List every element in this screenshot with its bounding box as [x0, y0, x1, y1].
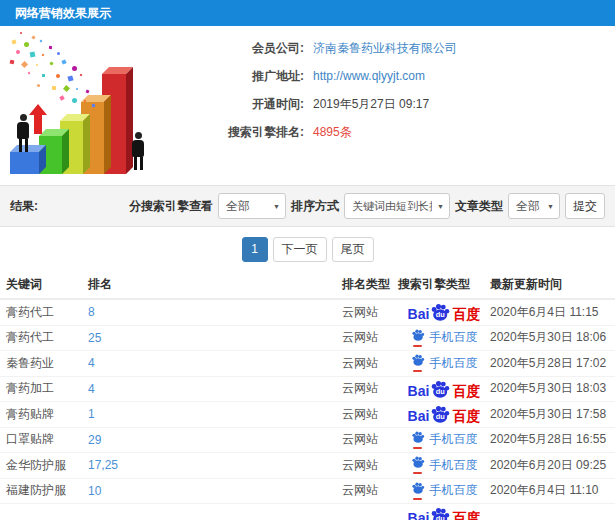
cell-rank[interactable]: 10: [88, 484, 342, 498]
cell-updated-time: 2020年5月30日 18:06: [490, 329, 615, 346]
cell-rank[interactable]: 8: [88, 305, 342, 319]
mobile-baidu-logo: 手机百度: [411, 456, 478, 474]
confetti-dot: [16, 50, 20, 54]
filter-bar: 结果: 分搜索引擎查看全部▼排序方式关键词由短到长排序▼文章类型全部▼提交: [0, 185, 615, 227]
confetti-dot: [63, 85, 70, 92]
cell-keyword: 口罩贴牌: [6, 431, 88, 448]
confetti-dot: [28, 72, 31, 75]
info-field-rankings: 搜索引擎排名:4895条: [188, 118, 457, 146]
baidu-logo-bai: Bai: [408, 384, 430, 398]
column-header-1: 排名: [88, 276, 342, 293]
businessman-figure: [130, 132, 146, 170]
filter-select-engine-view[interactable]: 全部▼: [218, 193, 286, 219]
baidu-logo-bai: Bai: [408, 511, 430, 520]
cell-engine-type: 手机百度: [398, 482, 490, 500]
info-field-value[interactable]: 济南秦鲁药业科技有限公司: [313, 40, 457, 57]
baidu-logo-cn: 百度: [452, 307, 480, 321]
svg-text:du: du: [436, 387, 445, 396]
cell-rank-type: 云网站: [342, 482, 398, 499]
pagination-button[interactable]: 下一页: [273, 237, 327, 262]
cell-engine-type: 手机百度: [398, 431, 490, 449]
cell-rank-type: 云网站: [342, 304, 398, 321]
cell-rank-type: 云网站: [342, 380, 398, 397]
table-body: 膏药代工8云网站Baidu百度2020年6月4日 11:15膏药代工25云网站手…: [0, 300, 615, 520]
info-field-label: 会员公司:: [188, 40, 304, 57]
chevron-down-icon: ▼: [542, 203, 554, 210]
mobile-baidu-label: 手机百度: [430, 355, 478, 372]
info-field-label: 搜索引擎排名:: [188, 124, 304, 141]
mobile-baidu-paw-icon: [411, 431, 425, 449]
pagination-current-page[interactable]: 1: [242, 237, 268, 262]
submit-button[interactable]: 提交: [565, 193, 605, 219]
filter-select-article-type[interactable]: 全部▼: [508, 193, 560, 219]
baidu-logo: Baidu百度: [408, 507, 481, 520]
svg-text:du: du: [436, 311, 445, 320]
red-underline: [413, 345, 422, 347]
confetti-dot: [30, 52, 36, 58]
cell-updated-time: 2020年6月4日 11:10: [490, 482, 615, 499]
filter-label-article-type: 文章类型: [455, 198, 503, 215]
info-section: 会员公司:济南秦鲁药业科技有限公司推广地址:http://www.qlyyjt.…: [0, 26, 615, 185]
baidu-logo: Baidu百度: [408, 380, 481, 398]
cell-keyword: 膏药加工: [6, 380, 88, 397]
bar-chart-illustration: [2, 30, 180, 182]
bar-chart-bar: [10, 152, 39, 174]
mobile-baidu-paw-icon: [411, 456, 425, 474]
column-header-2: 排名类型: [342, 276, 398, 293]
confetti-dot: [40, 40, 43, 43]
confetti-dot: [10, 60, 15, 65]
confetti-dot: [57, 52, 60, 55]
cell-engine-type: Baidu百度: [398, 507, 490, 520]
cell-rank[interactable]: 29: [88, 433, 342, 447]
results-table: 关键词排名排名类型搜索引擎类型最新更新时间 膏药代工8云网站Baidu百度202…: [0, 271, 615, 520]
column-header-3: 搜索引擎类型: [398, 276, 490, 293]
cell-keyword: 金华防护服: [6, 457, 88, 474]
table-row: 口罩贴牌29云网站手机百度2020年5月28日 16:55: [0, 428, 615, 454]
confetti-dot: [67, 75, 73, 81]
cell-engine-type: 手机百度: [398, 329, 490, 347]
baidu-logo: Baidu百度: [408, 303, 481, 321]
cell-rank[interactable]: 1: [88, 407, 342, 421]
cell-rank[interactable]: 25: [88, 331, 342, 345]
filter-select-sort-order[interactable]: 关键词由短到长排序▼: [344, 193, 450, 219]
paw-icon: [411, 329, 425, 344]
paw-icon: [411, 354, 425, 369]
confetti-dot: [20, 32, 22, 34]
cell-rank[interactable]: 4: [88, 382, 342, 396]
filter-controls: 分搜索引擎查看全部▼排序方式关键词由短到长排序▼文章类型全部▼提交: [129, 193, 605, 219]
cell-rank[interactable]: 4: [88, 356, 342, 370]
page-title: 网络营销效果展示: [0, 0, 615, 26]
mobile-baidu-paw-icon: [411, 329, 425, 347]
cell-engine-type: Baidu百度: [398, 303, 490, 321]
chevron-down-icon: ▼: [268, 203, 280, 210]
mobile-baidu-logo: 手机百度: [411, 431, 478, 449]
businessman-figure: [15, 114, 31, 152]
info-field-opened: 开通时间:2019年5月27日 09:17: [188, 90, 457, 118]
cell-updated-time: 2020年5月28日 16:55: [490, 431, 615, 448]
confetti-dot: [36, 64, 38, 66]
info-field-value: 4895条: [313, 124, 352, 141]
cell-keyword: 膏药代工: [6, 304, 88, 321]
confetti-dot: [21, 61, 28, 68]
cell-keyword: 秦鲁药业: [6, 355, 88, 372]
confetti-dot: [42, 74, 45, 77]
cell-keyword: 福建防护服: [6, 482, 88, 499]
baidu-logo-bai: Bai: [408, 307, 430, 321]
filter-label-engine-view: 分搜索引擎查看: [129, 198, 213, 215]
baidu-paw-icon: du: [430, 507, 450, 520]
table-row: 秦鲁药业4云网站手机百度2020年5月28日 17:02: [0, 351, 615, 377]
cell-rank[interactable]: 17,25: [88, 458, 342, 472]
mobile-baidu-paw-icon: [411, 354, 425, 372]
baidu-logo-bai: Bai: [408, 409, 430, 423]
baidu-paw-icon: du: [430, 303, 450, 323]
results-label: 结果:: [10, 198, 38, 215]
cell-updated-time: 2020年5月30日 18:03: [490, 380, 615, 397]
table-row: 膏药贴牌1云网站Baidu百度2020年5月30日 17:58: [0, 402, 615, 428]
table-row: 膏药代工8云网站Baidu百度2020年6月4日 11:15: [0, 300, 615, 326]
baidu-logo-cn: 百度: [452, 511, 480, 520]
info-field-value[interactable]: http://www.qlyyjt.com: [313, 69, 425, 83]
cell-rank-type: 云网站: [342, 355, 398, 372]
pagination-button[interactable]: 尾页: [332, 237, 374, 262]
info-field-label: 开通时间:: [188, 96, 304, 113]
table-row: 福建防护服10云网站手机百度2020年6月4日 11:10: [0, 479, 615, 505]
